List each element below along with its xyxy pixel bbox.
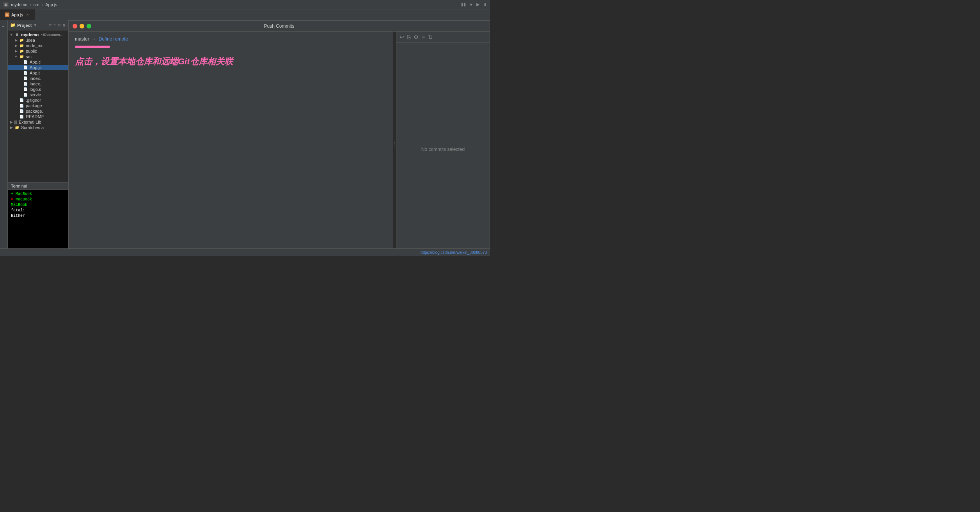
no-commits-label: No commits selected: [421, 147, 465, 152]
tree-item-appjs[interactable]: 📄 App.js: [8, 65, 68, 70]
tab-file-icon: JS: [5, 12, 9, 17]
project-strip-icon[interactable]: 1: [1, 22, 7, 27]
dropdown-arrow[interactable]: ▼: [33, 23, 37, 27]
right-panel-toolbar: ↩ ⎘ ⚙ ≡ ⇅: [396, 32, 490, 43]
dialog-body: master → Define remote 点击，设置本地仓库和远端Git仓库…: [69, 32, 490, 256]
index2-label: index.: [30, 81, 41, 86]
breadcrumb-branch: master: [75, 36, 89, 42]
tree-item-gitignore[interactable]: 📄 .gitignor: [8, 97, 68, 103]
tree-item-src[interactable]: ▼ 📁 src: [8, 54, 68, 59]
tab-label: App.js: [11, 12, 23, 17]
file-tree-header: 📁 Project ▼ ⟳ ≡ ⚙ ⇅: [8, 20, 68, 30]
tab-bar: JS App.js ×: [0, 9, 490, 20]
tree-root[interactable]: ▼ 🖥 mydemo ~/Documents/cyril/myGitLab/my…: [8, 32, 68, 37]
file-tree-actions: ⟳ ≡ ⚙ ⇅: [49, 23, 66, 27]
filter-icon[interactable]: ⇅: [62, 23, 66, 27]
tree-item-service[interactable]: 📄 servic: [8, 92, 68, 97]
dialog-divider[interactable]: [393, 32, 396, 256]
scratches-label: Scratches a: [21, 125, 44, 130]
tree-item-scratches[interactable]: ▶ 📁 Scratches a: [8, 125, 68, 130]
dialog-titlebar: Push Commits: [69, 21, 490, 32]
pkg2-icon: 📄: [19, 109, 24, 113]
tree-item-pkg2[interactable]: 📄 package.: [8, 108, 68, 114]
progress-bar: [75, 46, 110, 48]
dialog-left-panel: master → Define remote 点击，设置本地仓库和远端Git仓库…: [69, 32, 393, 256]
tree-item-index2[interactable]: 📄 index.: [8, 81, 68, 87]
file-tree-panel: 📁 Project ▼ ⟳ ≡ ⚙ ⇅ ▼ 🖥 mydemo ~/Documen…: [8, 20, 68, 256]
dialog-right-panel: ↩ ⎘ ⚙ ≡ ⇅ No commits selected: [396, 32, 490, 256]
define-remote-link[interactable]: Define remote: [99, 36, 128, 42]
tree-item-idea[interactable]: ▶ 📁 .idea: [8, 37, 68, 43]
tree-item-extlibs[interactable]: ▶ ||| External Lib: [8, 119, 68, 125]
center-area: 1 import React, { Component } from 'reac…: [68, 20, 490, 256]
copy-icon[interactable]: ⎘: [407, 34, 410, 40]
filter2-icon[interactable]: ⇅: [428, 34, 433, 40]
terminal-content[interactable]: + MacBook × MacBook MacBook fatal: Eithe…: [8, 190, 68, 256]
close-button[interactable]: [73, 24, 77, 28]
back-icon[interactable]: ↩: [399, 34, 404, 40]
public-icon: 📁: [19, 49, 24, 53]
tab-close-button[interactable]: ×: [25, 12, 30, 17]
dialog-overlay: Push Commits master → Define remote 点击，设…: [68, 20, 490, 256]
src-icon: 📁: [19, 54, 24, 59]
run-icon[interactable]: ▶: [476, 2, 479, 7]
wifi-icon: ▼: [469, 2, 473, 7]
bottom-url: https://blog.csdn.net/weixin_38080573: [421, 250, 487, 255]
traffic-lights: [73, 24, 91, 28]
right-panel-content: No commits selected: [396, 43, 490, 256]
term-x-icon: ×: [11, 197, 13, 202]
scratches-arrow: ▶: [9, 126, 13, 129]
terminal-header: Terminal: [8, 182, 68, 190]
index1-label: index.: [30, 76, 41, 81]
readme-label: README: [26, 114, 44, 119]
tree-item-index1[interactable]: 📄 index.: [8, 76, 68, 81]
term-plus-icon: +: [11, 192, 13, 196]
gitignore-label: .gitignor: [26, 98, 41, 103]
sync-icon[interactable]: ⟳: [49, 23, 52, 27]
tree-item-public[interactable]: ▶ 📁 public: [8, 48, 68, 54]
service-label: servic: [30, 92, 41, 97]
settings-icon[interactable]: ⚙: [57, 23, 61, 27]
term-line-4-text: fatal:: [11, 208, 25, 213]
path-file: App.js: [45, 2, 57, 7]
settings-icon[interactable]: ⚙: [414, 34, 419, 40]
tree-item-appcss[interactable]: 📄 App.c: [8, 59, 68, 65]
pkg2-label: package.: [26, 109, 43, 113]
tab-appjs[interactable]: JS App.js ×: [0, 9, 35, 20]
appjs-icon: 📄: [23, 65, 28, 70]
tree-item-pkg1[interactable]: 📄 package.: [8, 103, 68, 108]
minimize-button[interactable]: [80, 24, 84, 28]
pause-icon[interactable]: ⏸: [483, 2, 487, 7]
tree-item-readme[interactable]: 📄 README: [8, 114, 68, 119]
path-src: src: [34, 2, 39, 7]
terminal-section: Terminal + MacBook × MacBook MacBook fat…: [8, 182, 68, 256]
side-strip: 1: [0, 20, 8, 256]
nodemod-label: node_mc: [26, 43, 43, 48]
tree-item-logo[interactable]: 📄 logo.s: [8, 87, 68, 92]
term-line-3-text: MacBook: [11, 203, 27, 207]
root-label: mydemo: [21, 32, 39, 37]
tree-item-appts[interactable]: 📄 App.t: [8, 70, 68, 76]
scratches-icon: 📁: [14, 125, 20, 130]
idea-icon: 📁: [19, 38, 24, 43]
project-title: 📁 Project ▼: [10, 23, 37, 28]
top-bar: ▦ mydemo › src › App.js ▮▮ ▼ ▶ ⏸: [0, 0, 490, 9]
term-line-4: fatal:: [11, 208, 65, 213]
folder-icon: 📁: [10, 23, 16, 28]
nodemod-icon: 📁: [19, 43, 24, 48]
appts-label: App.t: [30, 71, 40, 75]
collapse-icon[interactable]: ≡: [53, 23, 56, 27]
battery-icon: ▮▮: [461, 2, 466, 7]
breadcrumb: master → Define remote: [75, 36, 387, 42]
maximize-button[interactable]: [87, 24, 91, 28]
appcss-icon: 📄: [23, 60, 28, 64]
idea-label: .idea: [26, 38, 35, 43]
extlibs-arrow: ▶: [9, 120, 13, 124]
app-icon: ▦: [3, 2, 9, 7]
sort-icon[interactable]: ≡: [422, 34, 425, 40]
term-line-2-text: MacBook: [16, 197, 32, 202]
index2-icon: 📄: [23, 81, 28, 86]
tree-item-node-modules[interactable]: ▶ 📁 node_mc: [8, 43, 68, 48]
file-tree-content: ▼ 🖥 mydemo ~/Documents/cyril/myGitLab/my…: [8, 30, 68, 182]
terminal-title: Terminal: [11, 184, 27, 188]
